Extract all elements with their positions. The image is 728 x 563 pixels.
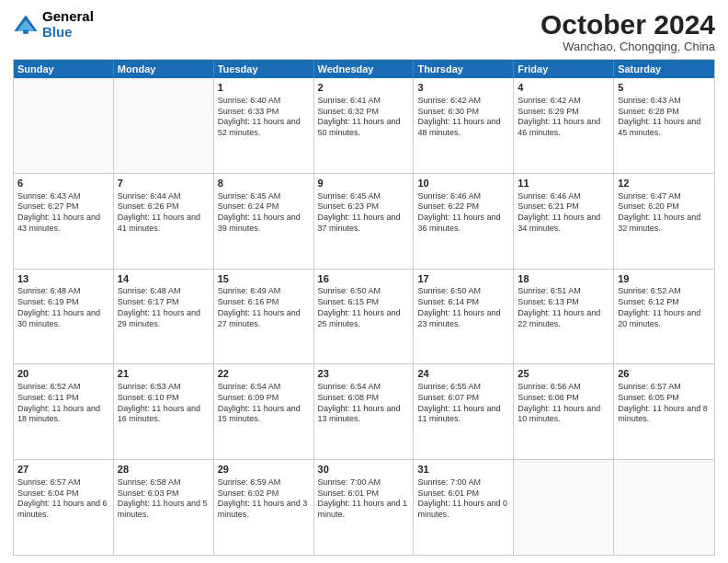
cal-cell: 5Sunrise: 6:43 AM Sunset: 6:28 PM Daylig…: [614, 78, 714, 173]
cal-cell: 16Sunrise: 6:50 AM Sunset: 6:15 PM Dayli…: [314, 270, 415, 364]
cal-header-tuesday: Tuesday: [214, 60, 314, 78]
cal-cell: 1Sunrise: 6:40 AM Sunset: 6:33 PM Daylig…: [214, 78, 314, 173]
logo: General Blue: [13, 9, 94, 40]
cell-info: Sunrise: 6:56 AM Sunset: 6:06 PM Dayligh…: [518, 382, 609, 425]
day-number: 5: [618, 81, 711, 95]
cal-cell: 26Sunrise: 6:57 AM Sunset: 6:05 PM Dayli…: [614, 364, 714, 459]
cal-week-3: 13Sunrise: 6:48 AM Sunset: 6:19 PM Dayli…: [14, 269, 714, 364]
day-number: 4: [518, 81, 609, 95]
day-number: 16: [318, 272, 410, 286]
day-number: 22: [218, 367, 310, 381]
cal-cell: 4Sunrise: 6:42 AM Sunset: 6:29 PM Daylig…: [514, 78, 614, 173]
day-number: 19: [618, 272, 711, 286]
cell-info: Sunrise: 6:46 AM Sunset: 6:21 PM Dayligh…: [518, 191, 609, 235]
cal-cell: 10Sunrise: 6:46 AM Sunset: 6:22 PM Dayli…: [414, 174, 514, 269]
cell-info: Sunrise: 7:00 AM Sunset: 6:01 PM Dayligh…: [417, 477, 509, 521]
svg-rect-3: [23, 29, 28, 33]
cal-cell: 27Sunrise: 6:57 AM Sunset: 6:04 PM Dayli…: [14, 460, 114, 555]
cal-header-thursday: Thursday: [414, 60, 514, 78]
cal-cell: 17Sunrise: 6:50 AM Sunset: 6:14 PM Dayli…: [414, 270, 514, 364]
cell-info: Sunrise: 6:57 AM Sunset: 6:05 PM Dayligh…: [618, 382, 711, 425]
day-number: 12: [618, 177, 711, 190]
cal-header-monday: Monday: [114, 60, 214, 78]
day-number: 2: [318, 81, 410, 95]
cal-cell: 18Sunrise: 6:51 AM Sunset: 6:13 PM Dayli…: [514, 270, 614, 364]
month-title: October 2024: [540, 9, 715, 40]
cell-info: Sunrise: 6:50 AM Sunset: 6:14 PM Dayligh…: [417, 286, 509, 329]
cell-info: Sunrise: 6:55 AM Sunset: 6:07 PM Dayligh…: [417, 382, 509, 425]
day-number: 21: [118, 367, 210, 381]
cal-week-2: 6Sunrise: 6:43 AM Sunset: 6:27 PM Daylig…: [14, 173, 714, 269]
day-number: 30: [318, 463, 410, 477]
cal-cell: 28Sunrise: 6:58 AM Sunset: 6:03 PM Dayli…: [114, 460, 214, 555]
day-number: 28: [118, 463, 210, 477]
cell-info: Sunrise: 6:52 AM Sunset: 6:12 PM Dayligh…: [618, 286, 711, 329]
cell-info: Sunrise: 6:46 AM Sunset: 6:22 PM Dayligh…: [417, 191, 509, 235]
day-number: 7: [118, 177, 210, 190]
cell-info: Sunrise: 6:50 AM Sunset: 6:15 PM Dayligh…: [318, 286, 410, 329]
cal-cell: 31Sunrise: 7:00 AM Sunset: 6:01 PM Dayli…: [414, 460, 514, 555]
cell-info: Sunrise: 6:58 AM Sunset: 6:03 PM Dayligh…: [118, 477, 210, 521]
cal-header-sunday: Sunday: [14, 60, 114, 78]
cal-cell: [114, 78, 214, 173]
header: General Blue October 2024 Wanchao, Chong…: [13, 9, 715, 53]
cal-week-1: 1Sunrise: 6:40 AM Sunset: 6:33 PM Daylig…: [14, 78, 714, 173]
calendar-body: 1Sunrise: 6:40 AM Sunset: 6:33 PM Daylig…: [14, 78, 714, 555]
day-number: 14: [118, 272, 210, 286]
day-number: 27: [17, 463, 109, 477]
day-number: 6: [17, 177, 109, 190]
cal-cell: 9Sunrise: 6:45 AM Sunset: 6:23 PM Daylig…: [314, 174, 415, 269]
cell-info: Sunrise: 6:51 AM Sunset: 6:13 PM Dayligh…: [518, 286, 609, 329]
day-number: 31: [417, 463, 509, 477]
cell-info: Sunrise: 6:49 AM Sunset: 6:16 PM Dayligh…: [218, 286, 310, 329]
cal-cell: 23Sunrise: 6:54 AM Sunset: 6:08 PM Dayli…: [314, 364, 415, 459]
cell-info: Sunrise: 6:53 AM Sunset: 6:10 PM Dayligh…: [118, 382, 210, 425]
cal-cell: 30Sunrise: 7:00 AM Sunset: 6:01 PM Dayli…: [314, 460, 415, 555]
day-number: 25: [518, 367, 609, 381]
cell-info: Sunrise: 6:59 AM Sunset: 6:02 PM Dayligh…: [218, 477, 310, 521]
cell-info: Sunrise: 6:47 AM Sunset: 6:20 PM Dayligh…: [618, 191, 711, 235]
cell-info: Sunrise: 6:45 AM Sunset: 6:23 PM Dayligh…: [318, 191, 410, 235]
cal-cell: [614, 460, 714, 555]
logo-general: General: [42, 9, 94, 25]
cell-info: Sunrise: 7:00 AM Sunset: 6:01 PM Dayligh…: [318, 477, 410, 521]
calendar-header-row: SundayMondayTuesdayWednesdayThursdayFrid…: [14, 60, 714, 78]
cell-info: Sunrise: 6:44 AM Sunset: 6:26 PM Dayligh…: [118, 191, 210, 235]
cal-cell: 29Sunrise: 6:59 AM Sunset: 6:02 PM Dayli…: [214, 460, 314, 555]
generalblue-icon: [13, 12, 39, 38]
day-number: 1: [218, 81, 310, 95]
cal-cell: 22Sunrise: 6:54 AM Sunset: 6:09 PM Dayli…: [214, 364, 314, 459]
cal-cell: 25Sunrise: 6:56 AM Sunset: 6:06 PM Dayli…: [514, 364, 614, 459]
cal-cell: 13Sunrise: 6:48 AM Sunset: 6:19 PM Dayli…: [14, 270, 114, 364]
day-number: 11: [518, 177, 609, 190]
cal-week-4: 20Sunrise: 6:52 AM Sunset: 6:11 PM Dayli…: [14, 363, 714, 459]
day-number: 9: [318, 177, 410, 190]
day-number: 3: [417, 81, 509, 95]
cal-header-saturday: Saturday: [614, 60, 714, 78]
cell-info: Sunrise: 6:57 AM Sunset: 6:04 PM Dayligh…: [17, 477, 109, 521]
cal-cell: 21Sunrise: 6:53 AM Sunset: 6:10 PM Dayli…: [114, 364, 214, 459]
day-number: 15: [218, 272, 310, 286]
cal-cell: 24Sunrise: 6:55 AM Sunset: 6:07 PM Dayli…: [414, 364, 514, 459]
cal-cell: 8Sunrise: 6:45 AM Sunset: 6:24 PM Daylig…: [214, 174, 314, 269]
cal-cell: 12Sunrise: 6:47 AM Sunset: 6:20 PM Dayli…: [614, 174, 714, 269]
cal-header-friday: Friday: [514, 60, 614, 78]
day-number: 29: [218, 463, 310, 477]
cell-info: Sunrise: 6:48 AM Sunset: 6:17 PM Dayligh…: [118, 286, 210, 329]
cell-info: Sunrise: 6:42 AM Sunset: 6:30 PM Dayligh…: [417, 96, 509, 139]
cal-cell: 19Sunrise: 6:52 AM Sunset: 6:12 PM Dayli…: [614, 270, 714, 364]
cal-cell: [14, 78, 114, 173]
day-number: 13: [17, 272, 109, 286]
cal-cell: 15Sunrise: 6:49 AM Sunset: 6:16 PM Dayli…: [214, 270, 314, 364]
page: General Blue October 2024 Wanchao, Chong…: [0, 0, 728, 563]
cell-info: Sunrise: 6:54 AM Sunset: 6:09 PM Dayligh…: [218, 382, 310, 425]
cell-info: Sunrise: 6:40 AM Sunset: 6:33 PM Dayligh…: [218, 96, 310, 139]
cal-cell: 3Sunrise: 6:42 AM Sunset: 6:30 PM Daylig…: [414, 78, 514, 173]
cell-info: Sunrise: 6:42 AM Sunset: 6:29 PM Dayligh…: [518, 96, 609, 139]
day-number: 24: [417, 367, 509, 381]
day-number: 8: [218, 177, 310, 190]
day-number: 26: [618, 367, 711, 381]
cell-info: Sunrise: 6:43 AM Sunset: 6:27 PM Dayligh…: [17, 191, 109, 235]
calendar: SundayMondayTuesdayWednesdayThursdayFrid…: [13, 59, 715, 556]
cal-cell: [514, 460, 614, 555]
